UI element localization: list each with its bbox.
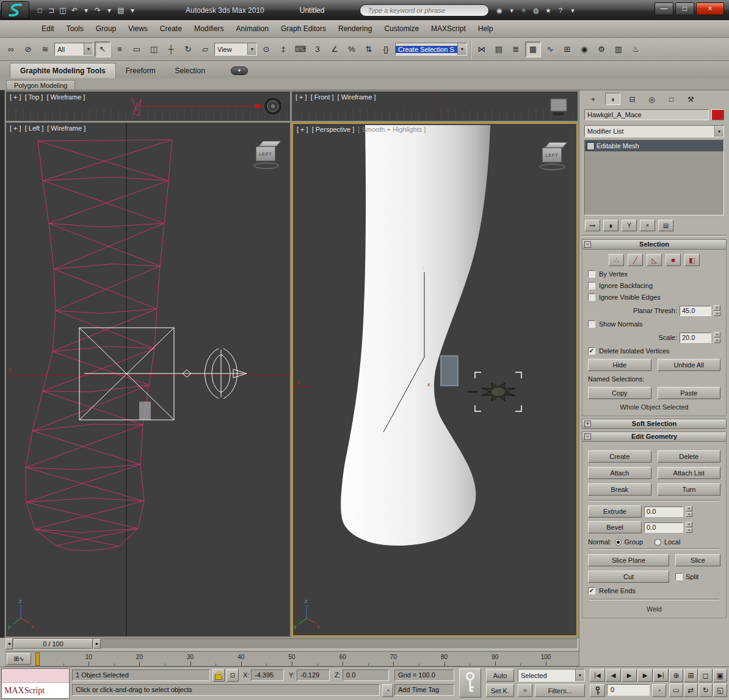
viewport-menu-general[interactable]: [ + ] xyxy=(296,93,307,101)
menu-graph-editors[interactable]: Graph Editors xyxy=(275,22,332,35)
viewport-menu-general[interactable]: [ + ] xyxy=(10,124,21,132)
snaps-toggle-icon[interactable]: 3 xyxy=(310,41,325,57)
menu-group[interactable]: Group xyxy=(90,22,122,35)
menu-help[interactable]: Help xyxy=(472,22,499,35)
help-dropdown-icon[interactable]: ▾ xyxy=(567,5,578,16)
viewcube-top-face[interactable] xyxy=(258,141,281,146)
expand-icon[interactable]: + xyxy=(584,420,591,427)
viewcube-compass-ring[interactable] xyxy=(253,162,279,169)
application-menu-button[interactable] xyxy=(1,1,29,19)
unlink-selection-icon[interactable]: ⊘ xyxy=(20,41,36,57)
select-and-scale-icon[interactable]: ▱ xyxy=(197,41,213,57)
key-filters-icon[interactable]: ✧ xyxy=(518,684,532,697)
tab-create[interactable]: + xyxy=(586,93,601,105)
y-coordinate-field[interactable]: -0.129 xyxy=(297,669,330,681)
subobject-edge-icon[interactable]: ╱ xyxy=(628,254,643,266)
manage-scene-icon[interactable]: ▤ xyxy=(115,4,126,16)
spinner-snap-icon[interactable]: ⇅ xyxy=(361,41,377,57)
viewport-menu-pov[interactable]: [ Top ] xyxy=(25,93,43,101)
break-button[interactable]: Break xyxy=(588,483,651,496)
x-coordinate-field[interactable]: -4.395 xyxy=(251,669,284,681)
menu-tools[interactable]: Tools xyxy=(60,22,90,35)
menu-rendering[interactable]: Rendering xyxy=(332,22,378,35)
normal-group-radio[interactable] xyxy=(615,539,622,546)
viewport-menu-pov[interactable]: [ Perspective ] xyxy=(312,126,355,133)
zoom-extents-icon[interactable]: ◻ xyxy=(698,669,713,682)
pin-stack-button[interactable]: ⊶ xyxy=(585,220,600,231)
normals-scale-spinner[interactable]: ▲▼ xyxy=(714,332,720,343)
previous-frame-button[interactable]: ◀ xyxy=(606,669,621,682)
menu-customize[interactable]: Customize xyxy=(378,22,425,35)
viewcube-compass-ring[interactable] xyxy=(540,164,565,170)
viewport-perspective-active[interactable]: Yzxzyx [ + ] [ Perspective ] [ Smooth + … xyxy=(292,123,578,637)
chevron-down-icon[interactable]: ▼ xyxy=(575,669,584,681)
current-frame-marker[interactable] xyxy=(35,652,40,666)
selection-filter-dropdown[interactable]: All ▼ xyxy=(54,43,93,56)
ribbon-tab-freeform[interactable]: Freeform xyxy=(116,63,165,78)
minimize-button[interactable]: — xyxy=(655,2,673,15)
refine-ends-checkbox[interactable]: ✓ xyxy=(588,587,595,594)
menu-animation[interactable]: Animation xyxy=(230,22,275,35)
menu-views[interactable]: Views xyxy=(122,22,154,35)
set-key-mode-button[interactable]: Set K. xyxy=(486,684,514,697)
previous-frame-arrow[interactable]: ◄ xyxy=(5,638,13,649)
normal-local-radio[interactable] xyxy=(655,539,661,546)
modifier-list-dropdown[interactable]: Modifier List ▼ xyxy=(584,125,724,137)
hide-button[interactable]: Hide xyxy=(588,359,651,371)
viewport-menu-shading[interactable]: [ Smooth + Highlights ] xyxy=(358,126,426,133)
zoom-all-icon[interactable]: ⊞ xyxy=(684,669,698,682)
ribbon-tab-graphite-modeling-tools[interactable]: Graphite Modeling Tools xyxy=(10,63,116,78)
edit-geometry-rollout-header[interactable]: − Edit Geometry xyxy=(582,431,727,442)
viewport-top[interactable]: [ + ] [ Top ] [ Wireframe ] xyxy=(6,92,290,121)
arc-rotate-icon[interactable]: ↻ xyxy=(698,684,713,697)
render-setup-icon[interactable]: ⚙ xyxy=(593,41,609,57)
extrude-button[interactable]: Extrude xyxy=(588,505,642,518)
ignore-backfacing-checkbox[interactable] xyxy=(588,282,595,289)
viewport-left[interactable]: Yzyx [ + ] [ Left ] [ Wireframe ] LEFT xyxy=(6,123,290,637)
timeline-ruler[interactable]: 0102030405060708090100 ⊞∿ xyxy=(5,651,579,666)
cut-button[interactable]: Cut xyxy=(588,571,669,583)
help-icon[interactable]: ? xyxy=(555,5,565,16)
bind-to-space-warp-icon[interactable]: ≋ xyxy=(37,41,53,57)
select-and-link-icon[interactable]: ∞ xyxy=(3,41,19,57)
make-unique-button[interactable]: Y xyxy=(622,220,637,231)
chevron-down-icon[interactable]: ▼ xyxy=(457,43,466,55)
menu-modifiers[interactable]: Modifiers xyxy=(188,22,230,35)
zoom-extents-all-icon[interactable]: ▣ xyxy=(713,669,727,682)
bevel-amount-field[interactable]: 0.0 xyxy=(644,522,683,533)
show-end-result-button[interactable]: ∎ xyxy=(603,220,618,231)
search-binoculars-icon[interactable]: ◉ xyxy=(494,5,504,16)
percent-snap-icon[interactable]: % xyxy=(344,41,360,57)
mirror-icon[interactable]: ⋈ xyxy=(474,41,490,57)
object-name-field[interactable]: Hawkgirl_A_Mace xyxy=(584,109,709,120)
select-by-name-icon[interactable]: ≡ xyxy=(112,41,128,57)
key-mode-toggle-button[interactable] xyxy=(590,684,605,697)
object-color-swatch[interactable] xyxy=(711,109,724,120)
subobject-face-icon[interactable]: ◺ xyxy=(647,254,662,266)
planar-threshold-field[interactable]: 45.0 xyxy=(680,306,711,316)
subobject-polygon-icon[interactable]: ■ xyxy=(666,254,681,266)
go-to-end-button[interactable]: ▶| xyxy=(653,669,669,682)
select-and-move-icon[interactable]: ┼ xyxy=(163,41,179,57)
stack-item-editable-mesh[interactable]: Editable Mesh xyxy=(585,140,724,151)
viewport-menu-shading[interactable]: [ Wireframe ] xyxy=(46,93,85,101)
next-frame-button[interactable]: ▶ xyxy=(637,669,653,682)
ignore-visible-edges-checkbox[interactable] xyxy=(588,294,595,301)
menu-create[interactable]: Create xyxy=(154,22,188,35)
maximize-button[interactable]: □ xyxy=(675,2,694,15)
layer-manager-icon[interactable]: ≣ xyxy=(508,41,524,57)
keyboard-shortcut-override-icon[interactable]: ⌨ xyxy=(292,41,308,57)
tab-display[interactable]: □ xyxy=(664,93,679,105)
angle-snap-icon[interactable]: ∠ xyxy=(327,41,343,57)
viewport-menu-pov[interactable]: [ Front ] xyxy=(311,93,334,101)
schematic-view-icon[interactable]: ⊞ xyxy=(559,41,575,57)
viewport-menu-general[interactable]: [ + ] xyxy=(10,93,21,101)
normals-scale-field[interactable]: 20.0 xyxy=(680,333,711,343)
use-pivot-point-center-icon[interactable]: ⊙ xyxy=(258,41,274,57)
turn-button[interactable]: Turn xyxy=(658,483,721,496)
undo-icon[interactable]: ↶ xyxy=(69,4,80,16)
slice-button[interactable]: Slice xyxy=(675,554,720,566)
tab-hierarchy[interactable]: ⊟ xyxy=(625,93,640,105)
attach-button[interactable]: Attach xyxy=(588,467,651,479)
delete-isolated-vertices-checkbox[interactable]: ✓ xyxy=(588,347,595,355)
